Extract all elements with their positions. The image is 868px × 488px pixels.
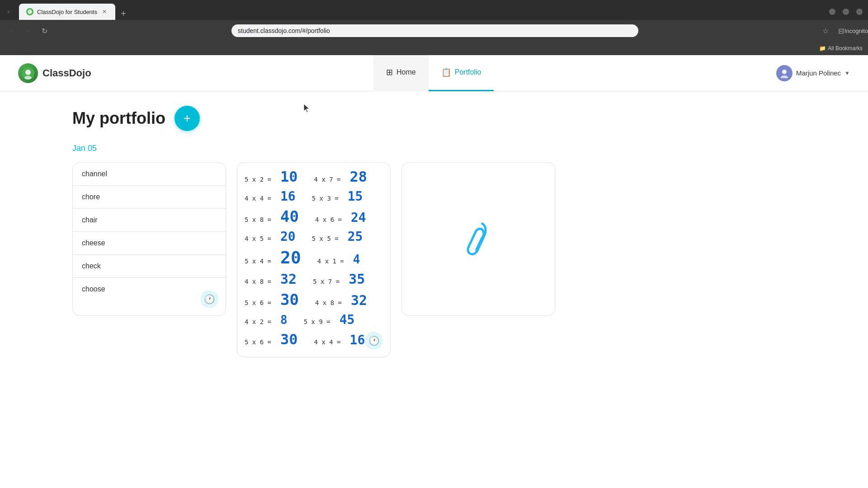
- page-title: My portfolio: [72, 109, 165, 128]
- math-card: 5 x 2 = 10 4 x 7 = 28 4 x 4 = 16 5 x 3 =…: [237, 162, 391, 357]
- svg-point-2: [25, 70, 31, 75]
- home-label: Home: [396, 68, 416, 76]
- list-item: chair: [73, 209, 226, 232]
- math-equation: 5 x 8 =: [245, 216, 271, 223]
- math-answer: 30: [280, 331, 298, 348]
- tab-list-button[interactable]: ▼: [5, 9, 12, 15]
- user-area[interactable]: Marjun Polinec ▼: [776, 65, 850, 81]
- math-equation: 4 x 1 =: [317, 258, 344, 265]
- active-tab[interactable]: ClassDojo for Students ✕: [19, 4, 115, 20]
- math-equation: 5 x 2 =: [245, 176, 271, 183]
- math-equation: 4 x 7 =: [314, 176, 341, 183]
- math-equation: 4 x 8 =: [315, 299, 342, 306]
- portfolio-icon: 📋: [441, 67, 451, 77]
- math-equation: 4 x 5 =: [245, 235, 271, 242]
- close-button[interactable]: ✕: [856, 9, 863, 15]
- math-equation: 5 x 5 =: [312, 235, 339, 242]
- math-answer: 4: [353, 253, 360, 266]
- math-answer: 15: [348, 189, 363, 204]
- classdojo-logo-text: ClassDojo: [42, 67, 91, 79]
- portfolio-label: Portfolio: [455, 68, 481, 76]
- math-equation: 5 x 7 =: [313, 278, 340, 285]
- clock-badge-math: 🕐: [365, 332, 383, 350]
- date-label: Jan 05: [72, 144, 796, 153]
- address-bar[interactable]: student.classdojo.com/#/portfolio: [231, 24, 638, 37]
- logo-area: ClassDojo: [18, 63, 91, 83]
- all-bookmarks-link[interactable]: 📁 All Bookmarks: [819, 45, 863, 52]
- user-dropdown-arrow: ▼: [844, 70, 850, 76]
- svg-point-5: [781, 75, 788, 78]
- math-equation: 4 x 8 =: [245, 278, 271, 285]
- math-equation: 5 x 3 =: [312, 195, 339, 202]
- new-tab-button[interactable]: +: [117, 7, 130, 20]
- minimize-button[interactable]: —: [829, 9, 835, 15]
- math-answer: 35: [349, 271, 365, 287]
- bookmarks-bar: 📁 All Bookmarks: [0, 42, 868, 55]
- bookmark-star-button[interactable]: ☆: [819, 24, 832, 37]
- tab-home[interactable]: ⊞ Home: [373, 55, 429, 91]
- tab-close-button[interactable]: ✕: [101, 8, 108, 15]
- math-row: 5 x 8 = 40 4 x 6 = 24: [245, 207, 383, 225]
- math-row: 5 x 6 = 30 4 x 8 = 32: [245, 291, 383, 309]
- list-item: check: [73, 255, 226, 278]
- paperclip-icon: [453, 212, 503, 266]
- home-icon: ⊞: [386, 67, 393, 77]
- svg-point-3: [24, 76, 32, 80]
- math-answer: 16: [280, 189, 296, 204]
- math-row: 5 x 2 = 10 4 x 7 = 28: [245, 168, 383, 185]
- forward-button[interactable]: →: [22, 24, 34, 37]
- math-row: 4 x 4 = 16 5 x 3 = 15: [245, 189, 383, 204]
- math-answer: 25: [348, 229, 363, 244]
- browser-chrome: ▼ ClassDojo for Students ✕ + — □ ✕ ← → ↻…: [0, 0, 868, 55]
- math-answer: 8: [280, 313, 288, 327]
- bookmark-icon: 📁: [819, 45, 826, 52]
- math-equation: 5 x 9 =: [304, 318, 330, 325]
- math-row: 4 x 2 = 8 5 x 9 = 45: [245, 312, 383, 327]
- math-equation: 4 x 4 =: [245, 195, 271, 202]
- refresh-button[interactable]: ↻: [38, 24, 51, 37]
- math-row: 4 x 8 = 32 5 x 7 = 35: [245, 271, 383, 287]
- classdojo-logo-icon: [18, 63, 38, 83]
- math-answer: 40: [280, 207, 299, 225]
- math-answer: 32: [351, 292, 367, 308]
- math-content: 5 x 2 = 10 4 x 7 = 28 4 x 4 = 16 5 x 3 =…: [237, 163, 390, 357]
- math-equation: 5 x 6 =: [245, 299, 271, 306]
- main-content: My portfolio + Jan 05 channel chore chai…: [0, 91, 868, 372]
- math-row: 5 x 4 = 20 4 x 1 = 4: [245, 248, 383, 267]
- math-equation: 4 x 4 =: [314, 338, 341, 346]
- maximize-button[interactable]: □: [843, 9, 849, 15]
- back-button[interactable]: ←: [5, 24, 18, 37]
- incognito-button[interactable]: Incognito: [850, 24, 863, 37]
- portfolio-header: My portfolio +: [72, 106, 796, 131]
- math-answer: 24: [351, 210, 366, 225]
- math-equation: 4 x 6 =: [315, 216, 342, 223]
- math-row: 4 x 5 = 20 5 x 5 = 25: [245, 229, 383, 244]
- browser-title-bar: ▼ ClassDojo for Students ✕ + — □ ✕: [0, 0, 868, 20]
- attachment-card: [401, 162, 555, 316]
- math-equation: 5 x 6 =: [245, 338, 271, 346]
- math-row: 5 x 6 = 30 4 x 4 = 16: [245, 331, 383, 348]
- add-portfolio-button[interactable]: +: [175, 106, 200, 131]
- toolbar-actions: ☆ ⊟ Incognito: [819, 24, 863, 37]
- clock-badge: 🕐: [200, 290, 218, 308]
- math-equation: 5 x 4 =: [245, 258, 271, 265]
- math-answer: 20: [280, 229, 296, 244]
- list-item: channel: [73, 163, 226, 186]
- tab-favicon: [26, 8, 33, 15]
- math-answer: 32: [280, 271, 297, 287]
- browser-toolbar: ← → ↻ student.classdojo.com/#/portfolio …: [0, 20, 868, 42]
- math-answer: 16: [350, 333, 365, 347]
- page-content: ClassDojo ⊞ Home 📋 Portfolio Marjun Poli…: [0, 55, 868, 488]
- list-item: chore: [73, 186, 226, 209]
- nav-tabs: ⊞ Home 📋 Portfolio: [91, 55, 776, 91]
- cards-row: channel chore chair cheese check choose …: [72, 162, 796, 357]
- word-list-card: channel chore chair cheese check choose …: [72, 162, 226, 316]
- tab-portfolio[interactable]: 📋 Portfolio: [429, 55, 494, 91]
- url-text: student.classdojo.com/#/portfolio: [238, 27, 632, 34]
- math-answer: 20: [280, 248, 301, 267]
- math-answer: 28: [350, 168, 368, 185]
- user-name: Marjun Polinec: [796, 69, 841, 77]
- app-header: ClassDojo ⊞ Home 📋 Portfolio Marjun Poli…: [0, 55, 868, 91]
- browser-tabs: ClassDojo for Students ✕ +: [19, 4, 826, 20]
- user-avatar: [776, 65, 793, 81]
